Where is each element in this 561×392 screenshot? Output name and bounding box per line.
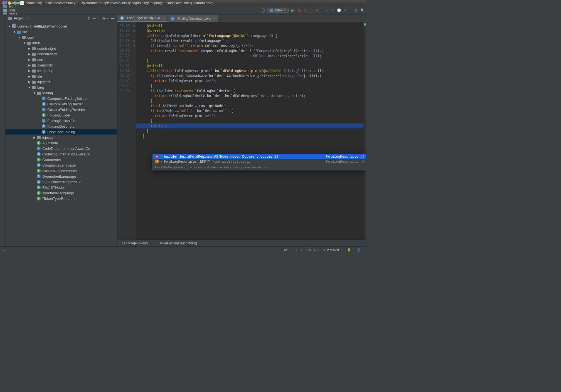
editor-tab[interactable]: CLanguageFolding.java× [117,15,168,22]
tree-item[interactable]: ▶formatting [6,68,117,73]
project-tree[interactable]: ▼core-api [intellij.platform.core]▼src▼c… [6,22,117,246]
tree-item[interactable]: CFCTSBackedLighterAST [6,179,117,185]
tree-item[interactable]: ICustomUncommenter [6,168,117,173]
vcs-history-icon[interactable]: 🕐 [337,8,341,12]
main-content: Project ▼ ⊙ ⇤ | ⚙ ▼ — ▼core-api [intelli… [0,14,366,246]
toolbar: 011001 IDEA ▼ ▶ 🐞 ⬚ ☰ ■ ↙ ✓ 🕐 ↶ ⊞ 🔍 [262,7,365,13]
vcs-revert-icon[interactable]: ↶ [344,8,347,12]
idea-icon [270,9,273,12]
tree-item[interactable]: ▼com [6,34,117,40]
structure-icon[interactable]: ⊞ [355,8,358,12]
tree-item[interactable]: CCodeDocumentationAwareCo [6,146,117,151]
breadcrumb-item[interactable]: com [2,8,38,12]
editor-breadcrumb[interactable]: LanguageFolding › buildFoldingDescriptor… [117,240,366,246]
tree-item[interactable]: CCompositeLanguage [6,162,117,168]
file-encoding[interactable]: UTF-8 ‡ [305,248,321,252]
hector-icon[interactable]: 👤 [354,248,363,252]
navigation-bar: ityplatformcore-apisrccomintellijlangfol… [0,6,366,14]
tree-item[interactable]: CCompositeFoldingBuilder [6,96,117,101]
code-editor[interactable]: @NotNull @Override public List<FoldingBu… [136,22,363,240]
read-only-icon[interactable]: 🔓 [345,248,354,252]
profile-icon[interactable]: ☰ [310,8,313,12]
project-view-selector[interactable]: Project ▼ [8,16,29,20]
vcs-update-icon[interactable]: ↙ [326,8,329,12]
tree-item[interactable]: ▶injection [6,135,117,140]
collapse-icon[interactable]: ⇤ [93,16,96,20]
tree-item[interactable]: ▼folding [6,90,117,96]
search-icon[interactable]: 🔍 [360,8,365,12]
binary-icon[interactable]: 011001 [262,7,265,13]
tree-item[interactable]: ▶injected [6,79,117,85]
tree-item[interactable]: CFoldingBuilderEx [6,118,117,123]
inspection-ok-icon [364,23,366,26]
run-icon[interactable]: ▶ [291,8,294,13]
project-tool-window: Project ▼ ⊙ ⇤ | ⚙ ▼ — ▼core-api [intelli… [6,14,117,246]
tree-item[interactable]: ▶codeInsight [6,46,117,51]
status-bar: ⊡ 90:12 LF ‡ UTF-8 ‡ Git: master ‡ 🔓 👤 [0,246,366,253]
run-config-label: IDEA [275,9,282,12]
git-branch[interactable]: Git: master ‡ [321,248,345,252]
close-tab-icon[interactable]: × [163,16,165,20]
breadcrumb-class[interactable]: LanguageFolding [122,241,148,245]
close-tab-icon[interactable]: × [213,17,215,21]
caret-position[interactable]: 90:12 [280,248,293,252]
project-panel-header: Project ▼ ⊙ ⇤ | ⚙ ▼ — [6,14,117,22]
coverage-icon[interactable]: ⬚ [304,8,307,12]
tree-item[interactable]: ▼core-api [intellij.platform.core] [6,23,117,29]
run-config-selector[interactable]: IDEA ▼ [267,8,289,13]
project-panel-title: Project [14,16,24,20]
tree-item[interactable]: ▶concurrency [6,51,117,57]
title-bar: community [~/ultimate/community] - .../p… [0,0,366,6]
error-stripe[interactable] [363,22,366,240]
project-icon [8,17,12,20]
line-number-gutter[interactable]: 66 67 68 69 70 71 72 73 74 75 76 77 78 7… [117,22,132,240]
breadcrumb-method[interactable]: buildFoldingDescriptors() [160,241,197,245]
tree-item[interactable]: IASTNode [6,140,117,146]
chevron-down-icon: ▼ [284,9,286,11]
breadcrumb-item[interactable]: core-api [2,1,38,4]
hide-icon[interactable]: — [111,16,114,20]
completion-hint-link[interactable]: >> [265,166,268,169]
fold-gutter[interactable]: ⊖ ⊖ ⌊ ⊖ ⌊ ⌊ [132,22,136,240]
editor-area: CLanguageFolding.java×CFoldingDescriptor… [117,14,366,246]
tool-window-stripe-left[interactable] [0,14,6,246]
tree-item[interactable]: ▶ide [6,73,117,79]
editor-tabs: CLanguageFolding.java×CFoldingDescriptor… [117,14,366,22]
tree-item[interactable]: IITokenTypeRemapper [6,196,117,201]
tree-item[interactable]: ▶diagnostic [6,62,117,68]
tree-item[interactable]: CCustomFoldingBuilder [6,101,117,107]
tree-item[interactable]: ICommenter [6,157,117,162]
tree-item[interactable]: ▼lang [6,85,117,90]
locate-icon[interactable]: ⊙ [87,16,90,20]
settings-icon[interactable]: ⚙ ▼ [102,16,108,20]
tree-item[interactable]: CCodeDocumentationAwareCo [6,151,117,157]
completion-hint: Use ⇧⌘⏎ to syntactically correct your co… [153,164,366,170]
debug-icon[interactable]: 🐞 [297,8,301,12]
tree-item[interactable]: ▼src [6,29,117,34]
stop-icon[interactable]: ■ [316,8,318,12]
editor-body: 66 67 68 69 70 71 72 73 74 75 76 77 78 7… [117,22,366,240]
vcs-commit-icon[interactable]: ✓ [331,8,334,12]
tree-item[interactable]: IInjectableLanguage [6,190,117,196]
tree-item[interactable]: CFoldingDescriptor [6,123,117,129]
tree-item[interactable]: CDependentLanguage [6,173,117,179]
tree-item[interactable]: IFileASTNode [6,185,117,190]
chevron-down-icon: ▼ [27,17,29,19]
tree-item[interactable]: CLanguageFolding [6,129,117,135]
tree-item[interactable]: ▼intellij [6,40,117,46]
title-text: community [~/ultimate/community] - .../p… [26,1,213,5]
completion-item[interactable]: m℗ builder.buildFoldRegions(ASTNode node… [153,154,366,159]
completion-item[interactable]: f℗ FoldingDescriptor.EMPTY (com.intellij… [153,159,366,164]
code-completion-popup[interactable]: m℗ builder.buildFoldRegions(ASTNode node… [152,154,366,170]
breadcrumb-item[interactable]: src [2,4,38,8]
tool-toggle-icon[interactable]: ⊡ [3,248,8,252]
tree-item[interactable]: ▶core [6,57,117,62]
editor-tab[interactable]: CFoldingDescriptor.java× [168,15,218,22]
tree-item[interactable]: IFoldingBuilder [6,112,117,118]
window-title: community [~/ultimate/community] - .../p… [20,1,213,5]
tree-item[interactable]: CCustomFoldingProvider [6,107,117,112]
line-separator[interactable]: LF ‡ [293,248,305,252]
